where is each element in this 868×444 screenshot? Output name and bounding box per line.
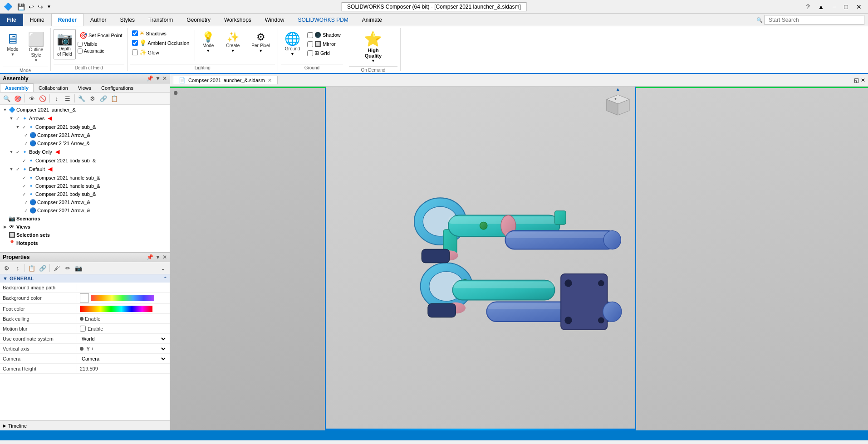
ambient-checkbox-row[interactable]: 💡 Ambient Occlusion	[130, 39, 191, 47]
viewport-tab-close[interactable]: ✕	[268, 78, 272, 83]
depth-of-field-button[interactable]: 📷 Depthof Field	[54, 29, 76, 59]
assembly-tree[interactable]: ▼ 🔷 Compser 2021 launcher_& ▼ ✓ 🔹 Arrows…	[0, 105, 170, 252]
collapse-btn[interactable]: ▲	[815, 3, 827, 10]
assembly-tool-3[interactable]: 👁	[27, 93, 37, 103]
motion-blur-checkbox[interactable]	[80, 326, 86, 332]
props-tool-7[interactable]: 📷	[74, 263, 83, 273]
prop-val-camera-height[interactable]: 219.509	[77, 365, 170, 372]
tree-item-arrows[interactable]: ▼ ✓ 🔹 Arrows ◄	[0, 114, 170, 123]
general-expand-btn[interactable]: ⌃	[163, 276, 167, 281]
tree-item-arrow1[interactable]: ✓ 🔵 Compser 2021 Arrow_&	[0, 131, 170, 139]
glow-checkbox[interactable]	[132, 49, 138, 55]
tab-solidworks-pdm[interactable]: SOLIDWORKS PDM	[291, 14, 355, 26]
prop-val-bg-image[interactable]	[77, 287, 170, 288]
assembly-tool-6[interactable]: ☰	[63, 93, 73, 103]
prop-val-coord-system[interactable]: World	[77, 335, 170, 343]
tree-item-handle-sub1[interactable]: ✓ 🔹 Compser 2021 handle sub_&	[0, 174, 170, 182]
prop-val-bg-color[interactable]	[77, 293, 170, 303]
props-pin-btn[interactable]: 📌	[147, 254, 153, 260]
ground-shadow-checkbox[interactable]	[307, 32, 313, 38]
tab-transform[interactable]: Transform	[142, 14, 180, 26]
prop-val-foot-color[interactable]	[77, 305, 170, 313]
tree-item-body-sub2[interactable]: ✓ 🔹 Compser 2021 body sub_&	[0, 156, 170, 165]
tree-item-arrow3[interactable]: ✓ 🔵 Compser 2021 Arrow_&	[0, 198, 170, 206]
tree-item-handle-sub2[interactable]: ✓ 🔹 Compser 2021 handle sub_&	[0, 182, 170, 190]
shadows-checkbox-row[interactable]: ☀ Shadows	[130, 29, 191, 38]
assembly-tool-8[interactable]: ⚙	[88, 93, 98, 103]
help-btn[interactable]: ?	[804, 3, 813, 10]
sub-tab-views[interactable]: Views	[73, 83, 96, 92]
props-tool-5[interactable]: 🖊	[52, 263, 62, 273]
tree-item-arrow4[interactable]: ✓ 🔵 Compser 2021 Arrow_&	[0, 206, 170, 215]
create-lighting-button[interactable]: ✨ Create ▼	[223, 29, 243, 55]
ground-grid-checkbox[interactable]	[307, 50, 313, 56]
visible-checkbox[interactable]	[78, 42, 83, 47]
shadows-checkbox[interactable]	[132, 30, 138, 36]
grid-checkbox-row[interactable]: ⊞ Grid	[305, 49, 343, 57]
assembly-tool-2[interactable]: 🎯	[13, 93, 23, 103]
outline-button[interactable]: ⬜ OutlineStyle ▼	[25, 29, 48, 65]
timeline-bar[interactable]: ▶ Timeline	[0, 420, 170, 430]
prop-val-motion-blur[interactable]: Enable	[77, 325, 170, 332]
qa-dropdown[interactable]: ▼	[46, 3, 52, 10]
prop-val-back-culling[interactable]: Enable	[77, 315, 170, 322]
automatic-checkbox-row[interactable]: Automatic	[78, 49, 124, 54]
vp-panel-right[interactable]	[636, 87, 868, 430]
assembly-tool-4[interactable]: 🚫	[38, 93, 48, 103]
tree-item-root[interactable]: ▼ 🔷 Compser 2021 launcher_&	[0, 106, 170, 114]
tree-item-default[interactable]: ▼ ✓ 🔹 Default ◄	[0, 165, 170, 174]
tab-animate[interactable]: Animate	[355, 14, 389, 26]
undo-btn[interactable]: ↩	[28, 2, 35, 11]
mode-button[interactable]: 🖥 Mode ▼	[3, 29, 23, 59]
viewcube[interactable]: T ▲	[604, 90, 632, 117]
visible-checkbox-row[interactable]: Visible	[78, 42, 124, 47]
tab-workshops[interactable]: Workshops	[217, 14, 258, 26]
assembly-tool-10[interactable]: 📋	[109, 93, 119, 103]
props-tool-2[interactable]: ↕	[13, 263, 23, 273]
close-btn[interactable]: ✕	[853, 3, 864, 10]
tree-item-selsets[interactable]: 🔲 Selection sets	[0, 231, 170, 239]
set-focal-point-button[interactable]: 🎯 Set Focal Point	[78, 31, 124, 40]
tab-render[interactable]: Render	[51, 14, 83, 26]
tree-item-body-sub1[interactable]: ▼ ✓ 🔹 Compser 2021 body sub_&	[0, 123, 170, 131]
assembly-tool-7[interactable]: 🔧	[77, 93, 87, 103]
props-collapse-btn[interactable]: ▼	[155, 254, 161, 260]
camera-select[interactable]: Camera	[80, 356, 167, 362]
tree-item-body-sub3[interactable]: ✓ 🔹 Compser 2021 body sub_&	[0, 190, 170, 198]
tree-item-body-only[interactable]: ▼ ✓ 🔹 Body Only ◄	[0, 147, 170, 156]
collapse-panel-btn[interactable]: ▼	[155, 75, 161, 82]
close-panel-btn[interactable]: ✕	[162, 75, 167, 82]
props-close-btn[interactable]: ✕	[162, 254, 167, 260]
ground-mirror-checkbox[interactable]	[307, 41, 313, 47]
sub-tab-collaboration[interactable]: Collaboration	[34, 83, 73, 92]
per-pixel-button[interactable]: ⚙ Per-Pixel ▼	[248, 29, 273, 55]
vp-panel-left[interactable]: ⏺	[170, 87, 326, 430]
sub-tab-assembly[interactable]: Assembly	[0, 83, 34, 92]
props-tool-3[interactable]: 📋	[27, 263, 37, 273]
vertical-axis-select[interactable]: Y +	[85, 346, 167, 352]
glow-checkbox-row[interactable]: ✨ Glow	[130, 48, 191, 57]
tab-home[interactable]: Home	[23, 14, 51, 26]
vp-panel-center[interactable]: T ▲	[326, 87, 636, 430]
tab-file[interactable]: File	[0, 14, 23, 26]
tree-item-views[interactable]: ▶ 👁 Views	[0, 223, 170, 231]
sub-tab-configurations[interactable]: Configurations	[96, 83, 138, 92]
save-btn[interactable]: 💾	[16, 2, 26, 11]
high-quality-button[interactable]: ⭐ HighQuality ▼	[360, 29, 386, 64]
pin-btn[interactable]: 📌	[147, 75, 153, 82]
props-expand-btn[interactable]: ⌄	[158, 263, 168, 273]
tree-item-scenarios[interactable]: 📷 Scenarios	[0, 215, 170, 223]
maximize-btn[interactable]: □	[842, 3, 851, 10]
assembly-tool-1[interactable]: 🔍	[2, 93, 12, 103]
shadow-checkbox-row[interactable]: 🌑 Shadow	[305, 31, 343, 39]
ambient-checkbox[interactable]	[132, 40, 138, 46]
prop-val-vertical-axis[interactable]: Y +	[77, 345, 170, 353]
tab-window[interactable]: Window	[258, 14, 291, 26]
automatic-checkbox[interactable]	[78, 49, 83, 54]
viewport-3d[interactable]: ⏺	[170, 87, 868, 430]
tree-item-hotspots[interactable]: 📍 Hotspots	[0, 239, 170, 247]
minimize-btn[interactable]: −	[829, 3, 839, 10]
assembly-tool-9[interactable]: 🔗	[98, 93, 108, 103]
props-tool-4[interactable]: 🔗	[38, 263, 48, 273]
search-input[interactable]	[765, 15, 864, 25]
